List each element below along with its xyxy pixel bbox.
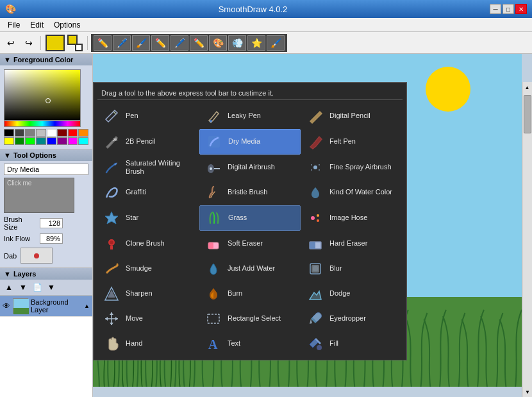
swatch-fuchsia[interactable] [68,137,78,145]
express-item-4[interactable]: ✏️ [151,35,169,51]
express-item-8[interactable]: 💨 [228,35,246,51]
tool-preview[interactable]: Click me [4,178,74,213]
layer-down-button[interactable]: ▼ [17,281,29,294]
express-item-7[interactable]: 🎨 [209,35,227,51]
swatch-teal[interactable] [36,137,46,145]
tool-star[interactable]: Star [97,205,199,231]
express-item-10[interactable]: 🖌️ [267,35,285,51]
layer-up-button[interactable]: ▲ [3,281,15,294]
tool-pen[interactable]: Pen [97,104,199,128]
menu-options[interactable]: Options [49,19,85,31]
swatch-black[interactable] [4,129,14,137]
ink-flow-value[interactable]: 89% [40,233,63,244]
tool-move[interactable]: Move [97,307,199,331]
tool-just-add-water[interactable]: Just Add Water [199,257,301,281]
tool-grass[interactable]: Grass [199,205,301,231]
new-layer-button[interactable]: 📄 [31,281,44,294]
swatch-silver[interactable] [36,129,46,137]
tool-fine-spray-airbrush[interactable]: Fine Spray Airbrush [301,155,403,180]
tool-soft-eraser[interactable]: Soft Eraser [199,232,301,256]
color-swatch-toolbar[interactable] [46,35,65,51]
redo-button[interactable]: ↪ [21,35,37,51]
tool-hand[interactable]: Hand [97,332,199,356]
swatch-cyan[interactable] [78,137,88,145]
color-swap-toolbar[interactable] [67,35,84,51]
swatch-yellow[interactable] [4,137,14,145]
tool-clone-brush[interactable]: Clone Brush [97,232,199,256]
tool-digital-pencil[interactable]: Digital Pencil [301,104,403,128]
tool-blur[interactable]: Blur [301,257,403,281]
express-item-6[interactable]: ✏️ [190,35,208,51]
layer-menu-button[interactable]: ▼ [45,281,58,294]
tool-kind-of-water-color[interactable]: Kind Of Water Color [301,180,403,205]
tool-options-header[interactable]: ▼ Tool Options [0,149,92,161]
swatch-red[interactable] [68,129,78,137]
tool-digital-airbrush[interactable]: Digital Airbrush [199,155,301,180]
swatch-orange[interactable] [78,129,88,137]
tool-image-hose[interactable]: Image Hose [301,205,403,231]
tool-2b-pencil[interactable]: 2B 2B Pencil [97,129,199,155]
layer-background[interactable]: 👁 Background Layer ▲ [0,296,92,317]
layer-visibility-icon[interactable]: 👁 [3,301,10,310]
tool-eyedropper[interactable]: Eyedropper [301,307,403,331]
express-pencil[interactable]: 🖊️ [113,35,131,51]
swatch-purple[interactable] [57,137,67,145]
swatch-blue[interactable] [47,137,57,145]
hue-bar[interactable] [4,121,81,127]
express-brush[interactable]: 🖌️ [132,35,150,51]
scroll-down-button[interactable]: ▼ [522,387,532,397]
menu-file[interactable]: File [3,19,25,31]
tool-burn[interactable]: Burn [199,282,301,306]
express-pen[interactable]: ✏️ [94,35,112,51]
grass-icon [205,209,223,227]
swatch-lime[interactable] [25,137,35,145]
maximize-button[interactable]: □ [503,4,514,14]
scrollbar-thumb[interactable] [524,95,531,133]
tool-leaky-pen[interactable]: Leaky Pen [199,104,301,128]
svg-point-7 [210,167,212,170]
swatch-maroon[interactable] [57,129,67,137]
scroll-up-button[interactable]: ▲ [522,82,532,92]
dab-section: Dab [4,246,88,265]
tool-preview-hint: Click me [4,178,34,189]
swatch-dark[interactable] [15,129,25,137]
express-item-5[interactable]: 🖊️ [170,35,188,51]
svg-point-14 [311,216,315,220]
svg-point-10 [319,164,320,165]
tool-saturated-writing-brush[interactable]: Saturated Writing Brush [97,155,199,180]
tool-text[interactable]: A Text [199,332,301,356]
dab-label: Dab [4,252,17,260]
window-controls: ─ □ ✕ [490,4,527,14]
undo-button[interactable]: ↩ [3,35,19,51]
swatch-green[interactable] [15,137,25,145]
swatch-white[interactable] [47,129,57,137]
current-tool-name: Dry Media [4,164,88,175]
tool-bristle-brush[interactable]: Bristle Brush [199,180,301,205]
layers-header[interactable]: ▼ Layers [0,268,92,280]
dab-preview[interactable] [21,248,53,264]
tool-felt-pen[interactable]: Felt Pen [301,129,403,155]
tool-hard-eraser[interactable]: Hard Eraser [301,232,403,256]
toolbar-separator-2 [87,36,88,50]
color-picker-gradient[interactable] [4,69,81,121]
tool-graffiti[interactable]: Graffiti [97,180,199,205]
fill-icon [306,335,324,353]
canvas-area[interactable]: Drag a tool to the above express tool ba… [93,54,532,397]
minimize-button[interactable]: ─ [490,4,501,14]
layers-label: Layers [13,270,36,278]
tool-dry-media[interactable]: Dry Media [199,129,301,155]
tool-sharpen[interactable]: Sharpen [97,282,199,306]
tool-smudge[interactable]: Smudge [97,257,199,281]
swatch-gray[interactable] [25,129,35,137]
tool-dodge[interactable]: Dodge [301,282,403,306]
svg-point-16 [317,219,319,222]
tool-rectangle-select[interactable]: Rectangle Select [199,307,301,331]
close-button[interactable]: ✕ [515,4,527,14]
star-icon [103,209,121,227]
foreground-color-header[interactable]: ▼ Foreground Color [0,54,92,65]
express-item-9[interactable]: ⭐ [247,35,265,51]
brush-size-value[interactable]: 128 [40,218,63,228]
right-scrollbar[interactable]: ▲ ▼ [522,82,532,397]
menu-edit[interactable]: Edit [25,19,49,31]
tool-fill[interactable]: Fill [301,332,403,356]
